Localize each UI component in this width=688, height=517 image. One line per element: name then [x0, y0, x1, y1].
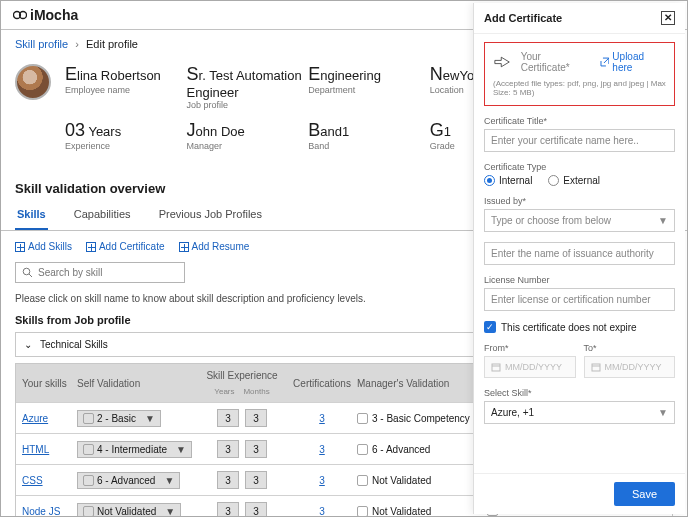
- cert-type-label: Certificate Type: [484, 162, 675, 172]
- plus-icon: [86, 242, 96, 252]
- avatar: [15, 64, 51, 100]
- select-skill-dropdown[interactable]: Azure, +1▼: [484, 401, 675, 424]
- to-date-input[interactable]: MM/DD/YYYY: [584, 356, 676, 378]
- issuance-authority-input[interactable]: Enter the name of issuance authority: [484, 242, 675, 265]
- months-input[interactable]: 3: [245, 471, 267, 489]
- add-resume-link[interactable]: Add Resume: [179, 241, 250, 252]
- accepted-types: (Accepted file types: pdf, png, jpg and …: [493, 79, 666, 97]
- level-icon: [83, 475, 94, 486]
- issued-by-label: Issued by*: [484, 196, 675, 206]
- self-validation-select[interactable]: 2 - Basic▼: [77, 410, 161, 427]
- cert-title-label: Certificate Title*: [484, 116, 675, 126]
- level-icon: [83, 506, 94, 517]
- brand-logo: iMocha: [13, 7, 78, 23]
- chevron-down-icon: ▼: [658, 215, 668, 226]
- close-icon[interactable]: ✕: [661, 11, 675, 25]
- level-icon: [357, 413, 368, 424]
- years-input[interactable]: 3: [217, 502, 239, 517]
- tab-capabilities[interactable]: Capabilities: [72, 200, 133, 230]
- self-validation-select[interactable]: Not Validated▼: [77, 503, 181, 518]
- upload-link[interactable]: Upload here: [600, 51, 666, 73]
- svg-rect-4: [492, 364, 500, 371]
- cert-count[interactable]: 3: [319, 475, 325, 486]
- search-icon: [22, 267, 33, 278]
- radio-external[interactable]: External: [548, 175, 600, 186]
- chevron-down-icon: ⌄: [24, 339, 32, 350]
- calendar-icon: [591, 362, 601, 372]
- save-button[interactable]: Save: [614, 482, 675, 506]
- issued-by-select[interactable]: Type or choose from below▼: [484, 209, 675, 232]
- level-icon: [83, 413, 94, 424]
- years-input[interactable]: 3: [217, 471, 239, 489]
- self-validation-select[interactable]: 6 - Advanced▼: [77, 472, 180, 489]
- employee-name: Elina Robertson: [65, 64, 187, 85]
- license-input[interactable]: Enter license or certification number: [484, 288, 675, 311]
- skill-link[interactable]: CSS: [22, 475, 43, 486]
- plus-icon: [15, 242, 25, 252]
- radio-internal[interactable]: Internal: [484, 175, 532, 186]
- months-input[interactable]: 3: [245, 440, 267, 458]
- skill-link[interactable]: Azure: [22, 413, 48, 424]
- cert-count[interactable]: 3: [319, 413, 325, 424]
- calendar-icon: [491, 362, 501, 372]
- svg-rect-6: [592, 364, 600, 371]
- search-input[interactable]: Search by skill: [15, 262, 185, 283]
- level-icon: [357, 506, 368, 517]
- pointing-hand-icon: [493, 54, 513, 70]
- level-icon: [357, 475, 368, 486]
- svg-point-2: [23, 268, 30, 275]
- checkbox-icon: ✓: [484, 321, 496, 333]
- radio-icon: [484, 175, 495, 186]
- tab-previous-job-profiles[interactable]: Previous Job Profiles: [157, 200, 264, 230]
- add-certificate-panel: Add Certificate ✕ Your Certificate* Uplo…: [473, 3, 685, 514]
- level-icon: [357, 444, 368, 455]
- from-label: From*: [484, 343, 576, 353]
- job-profile: Sr. Test Automation Engineer: [187, 64, 309, 100]
- breadcrumb-link[interactable]: Skill profile: [15, 38, 68, 50]
- department: Engineering: [308, 64, 430, 85]
- cert-count[interactable]: 3: [319, 444, 325, 455]
- chevron-down-icon: ▼: [139, 413, 155, 424]
- add-skills-link[interactable]: Add Skills: [15, 241, 72, 252]
- band: Band1: [308, 120, 430, 141]
- months-input[interactable]: 3: [245, 409, 267, 427]
- radio-icon: [548, 175, 559, 186]
- chevron-down-icon: ▼: [658, 407, 668, 418]
- skill-link[interactable]: Node JS: [22, 506, 60, 517]
- level-icon: [83, 444, 94, 455]
- chevron-down-icon: ▼: [159, 506, 175, 517]
- experience: 03 Years: [65, 120, 187, 141]
- tab-skills[interactable]: Skills: [15, 200, 48, 230]
- chevron-down-icon: ▼: [170, 444, 186, 455]
- manager: John Doe: [187, 120, 309, 141]
- chevron-down-icon: ▼: [158, 475, 174, 486]
- years-input[interactable]: 3: [217, 440, 239, 458]
- no-expire-checkbox[interactable]: ✓ This certificate does not expire: [484, 321, 675, 333]
- to-label: To*: [584, 343, 676, 353]
- skill-link[interactable]: HTML: [22, 444, 49, 455]
- months-input[interactable]: 3: [245, 502, 267, 517]
- add-certificate-link[interactable]: Add Certificate: [86, 241, 165, 252]
- svg-line-3: [29, 274, 32, 277]
- cert-count[interactable]: 3: [319, 506, 325, 517]
- self-validation-select[interactable]: 4 - Intermediate▼: [77, 441, 192, 458]
- plus-icon: [179, 242, 189, 252]
- cert-title-input[interactable]: Enter your certificate name here..: [484, 129, 675, 152]
- external-link-icon: [600, 57, 610, 67]
- panel-title: Add Certificate: [484, 12, 562, 24]
- from-date-input[interactable]: MM/DD/YYYY: [484, 356, 576, 378]
- breadcrumb-current: Edit profile: [86, 38, 138, 50]
- upload-area[interactable]: Your Certificate* Upload here (Accepted …: [484, 42, 675, 106]
- license-label: License Number: [484, 275, 675, 285]
- select-skill-label: Select Skill*: [484, 388, 675, 398]
- years-input[interactable]: 3: [217, 409, 239, 427]
